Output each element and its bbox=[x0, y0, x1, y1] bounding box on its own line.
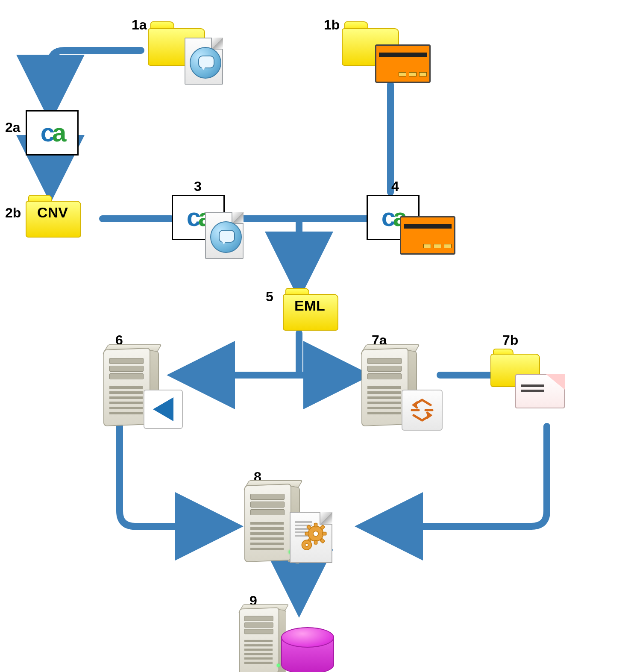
svg-point-11 bbox=[305, 543, 308, 546]
envelope-7b bbox=[515, 374, 565, 408]
label-7b: 7b bbox=[502, 332, 518, 348]
node-5: EML bbox=[283, 288, 337, 329]
chat-bubble-icon bbox=[190, 47, 221, 79]
svg-rect-5 bbox=[323, 532, 326, 535]
node-2a: ca bbox=[26, 110, 79, 156]
node-8-doc bbox=[290, 512, 332, 563]
label-1a: 1a bbox=[132, 17, 147, 33]
node-2b: CNV bbox=[26, 195, 79, 236]
svg-rect-4 bbox=[305, 532, 309, 535]
chat-doc-1a bbox=[185, 38, 223, 85]
node-9-db bbox=[281, 627, 332, 672]
exchange-badge-icon bbox=[402, 390, 443, 431]
label-3: 3 bbox=[194, 179, 202, 194]
svg-point-1 bbox=[313, 531, 318, 536]
orange-card-4 bbox=[400, 216, 455, 255]
label-5: 5 bbox=[266, 289, 273, 305]
chat-bubble-icon bbox=[210, 221, 242, 253]
label-1b: 1b bbox=[324, 17, 340, 33]
ca-logo-box: ca bbox=[26, 110, 79, 156]
orange-card-1b bbox=[375, 44, 431, 83]
card-icon bbox=[400, 216, 455, 255]
database-icon bbox=[281, 627, 332, 672]
label-4: 4 bbox=[391, 179, 399, 194]
envelope-icon bbox=[515, 374, 565, 408]
node-6-badge bbox=[144, 390, 183, 429]
label-2b: 2b bbox=[5, 205, 21, 221]
label-2a: 2a bbox=[5, 120, 21, 135]
play-badge-icon bbox=[144, 390, 183, 429]
folder-eml: EML bbox=[283, 288, 337, 329]
svg-rect-3 bbox=[314, 540, 317, 544]
connector-layer bbox=[0, 0, 628, 672]
card-icon bbox=[375, 44, 431, 83]
node-7a-badge bbox=[402, 390, 443, 431]
folder-cnv: CNV bbox=[26, 195, 79, 236]
gears-doc-icon bbox=[290, 512, 332, 563]
chat-doc-3 bbox=[205, 212, 244, 259]
svg-rect-2 bbox=[314, 523, 317, 527]
folder-label: CNV bbox=[26, 204, 79, 221]
server-icon bbox=[234, 606, 289, 672]
diagram-canvas: 1a 1b 2a ca 2b CNV 3 bbox=[0, 0, 628, 672]
folder-label: EML bbox=[283, 297, 337, 314]
